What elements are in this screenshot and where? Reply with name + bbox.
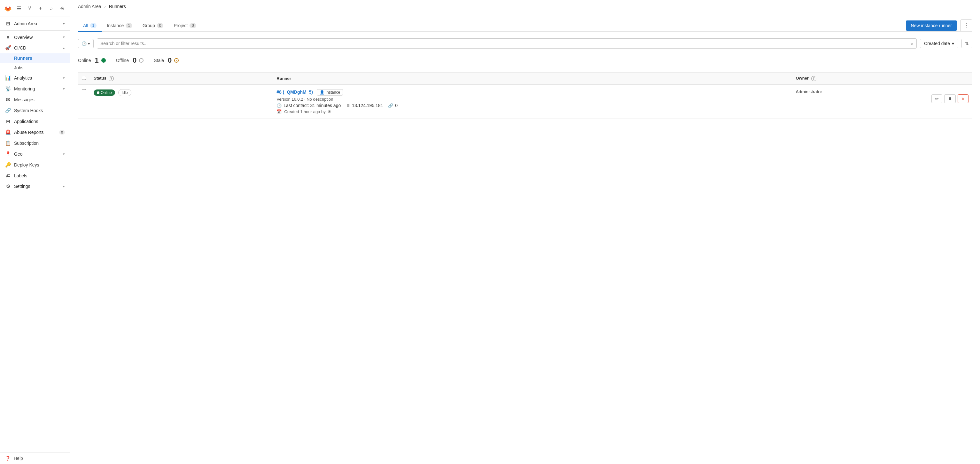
- online-status-dot: [101, 58, 106, 63]
- stat-online-value: 1: [95, 56, 99, 65]
- th-status-label: Status: [94, 76, 107, 81]
- sidebar-item-analytics[interactable]: 📊 Analytics ▾: [0, 73, 70, 83]
- sidebar-item-deploy-keys[interactable]: 🔑 Deploy Keys: [0, 159, 70, 170]
- new-instance-runner-button[interactable]: New instance runner: [906, 21, 957, 31]
- tab-instance[interactable]: Instance 1: [102, 20, 137, 32]
- sidebar-item-jobs[interactable]: Jobs: [0, 63, 70, 73]
- tab-all[interactable]: All 1: [78, 20, 102, 32]
- tab-group-label: Group: [143, 23, 155, 28]
- filter-history-button[interactable]: 🕐 ▾: [78, 39, 94, 48]
- runner-ip: 🖥 13.124.195.181: [346, 103, 383, 108]
- sidebar-abuse-reports-label: Abuse Reports: [14, 130, 56, 135]
- sidebar-cicd-label: CI/CD: [14, 45, 60, 51]
- sidebar-item-admin-area[interactable]: ⊞ Admin Area ▾: [0, 18, 70, 29]
- geo-icon: 📍: [5, 151, 11, 157]
- runner-last-contact: 🕐 Last contact: 31 minutes ago: [277, 103, 341, 108]
- sidebar-item-geo[interactable]: 📍 Geo ▾: [0, 149, 70, 159]
- create-new-button[interactable]: +: [37, 3, 45, 13]
- jobs-icon: 🔗: [388, 103, 393, 108]
- table-row: Online Idle #8 (_QMDghM_5) 👤 Instance: [78, 84, 972, 119]
- sidebar-item-applications[interactable]: ⊞ Applications: [0, 116, 70, 127]
- merge-requests-button[interactable]: ⑂: [25, 3, 34, 13]
- filter-bar: 🕐 ▾ ⌕ Created date ▾ ⇅: [78, 38, 972, 49]
- sort-label: Created date: [924, 41, 950, 46]
- table-body: Online Idle #8 (_QMDghM_5) 👤 Instance: [78, 84, 972, 119]
- tab-instance-label: Instance: [107, 23, 124, 28]
- sidebar-system-hooks-label: System Hooks: [14, 108, 65, 113]
- sort-dropdown[interactable]: Created date ▾: [920, 39, 958, 48]
- delete-runner-button[interactable]: ✕: [958, 94, 969, 103]
- cicd-chevron-icon: ▴: [63, 46, 65, 50]
- sidebar-applications-label: Applications: [14, 119, 65, 124]
- select-all-checkbox[interactable]: [82, 76, 86, 80]
- th-runner-label: Runner: [277, 76, 291, 81]
- search-filter-input[interactable]: [97, 39, 907, 48]
- history-icon: 🕐: [81, 41, 87, 46]
- sidebar-item-system-hooks[interactable]: 🔗 System Hooks: [0, 105, 70, 116]
- runner-name-row: #8 (_QMDghM_5) 👤 Instance: [277, 89, 788, 95]
- th-owner-label: Owner: [795, 76, 808, 81]
- search-filter-input-wrap: ⌕: [97, 38, 917, 49]
- monitoring-chevron-icon: ▾: [63, 87, 65, 91]
- sidebar-item-settings[interactable]: ⚙ Settings ▾: [0, 181, 70, 192]
- sidebar-item-abuse-reports[interactable]: 🚨 Abuse Reports 0: [0, 127, 70, 138]
- breadcrumb: Admin Area › Runners: [70, 0, 980, 13]
- th-status: Status ?: [90, 73, 273, 85]
- sidebar-item-messages[interactable]: ✉ Messages: [0, 94, 70, 105]
- breadcrumb-separator: ›: [104, 4, 106, 9]
- gitlab-logo[interactable]: [4, 3, 12, 13]
- sidebar-help-item[interactable]: ❓ Help: [0, 452, 70, 464]
- runner-actions: ✏ ⏸ ✕: [795, 94, 969, 103]
- th-owner: Owner ?: [792, 73, 972, 85]
- stat-stale: Stale 0 !: [154, 56, 179, 65]
- sidebar-item-cicd[interactable]: 🚀 CI/CD ▴: [0, 43, 70, 53]
- tab-bar: All 1 Instance 1 Group 0 Project 0 New i…: [78, 19, 972, 32]
- sidebar-deploy-keys-label: Deploy Keys: [14, 162, 65, 167]
- stat-stale-value: 0: [168, 56, 172, 65]
- row-checkbox[interactable]: [82, 89, 86, 93]
- calendar-icon: 📅: [277, 109, 282, 114]
- stats-row: Online 1 Offline 0 Stale 0 !: [78, 56, 972, 65]
- owner-help-icon[interactable]: ?: [811, 76, 816, 81]
- activity-button[interactable]: ✳: [58, 3, 66, 13]
- main-content: Admin Area › Runners All 1 Instance 1 Gr…: [70, 0, 980, 464]
- stat-offline: Offline 0: [116, 56, 143, 65]
- sidebar-item-subscription[interactable]: 📋 Subscription: [0, 138, 70, 149]
- analytics-chevron-icon: ▾: [63, 76, 65, 80]
- tab-project-count: 0: [189, 23, 196, 28]
- applications-icon: ⊞: [5, 119, 11, 124]
- labels-icon: 🏷: [5, 173, 11, 178]
- sidebar-item-overview[interactable]: ≡ Overview ▾: [0, 32, 70, 43]
- runner-jobs: 🔗 0: [388, 103, 398, 108]
- sidebar-item-runners[interactable]: Runners: [0, 53, 70, 63]
- breadcrumb-parent[interactable]: Admin Area: [78, 4, 101, 9]
- history-chevron-icon: ▾: [88, 41, 90, 46]
- abuse-reports-badge: 0: [59, 130, 65, 135]
- more-actions-button[interactable]: ⋮: [960, 19, 972, 31]
- tab-group[interactable]: Group 0: [137, 20, 169, 32]
- analytics-icon: 📊: [5, 75, 11, 81]
- stat-stale-label: Stale: [154, 58, 164, 63]
- runner-version-row: Version 16.0.2 · No description: [277, 97, 788, 102]
- toggle-sidebar-button[interactable]: ☰: [15, 3, 23, 13]
- stat-offline-value: 0: [133, 56, 137, 65]
- tab-instance-count: 1: [126, 23, 132, 28]
- status-help-icon[interactable]: ?: [109, 76, 114, 81]
- sort-order-button[interactable]: ⇅: [961, 39, 972, 48]
- subscription-icon: 📋: [5, 140, 11, 146]
- search-button[interactable]: ⌕: [47, 3, 55, 13]
- sidebar-settings-label: Settings: [14, 184, 60, 189]
- edit-runner-button[interactable]: ✏: [931, 94, 942, 103]
- tab-project[interactable]: Project 0: [169, 20, 201, 32]
- help-icon: ❓: [5, 456, 11, 461]
- search-submit-button[interactable]: ⌕: [907, 39, 916, 48]
- settings-chevron-icon: ▾: [63, 184, 65, 189]
- sidebar: ☰ ⑂ + ⌕ ✳ ⊞ Admin Area ▾ ≡ Overview ▾ 🚀 …: [0, 0, 70, 464]
- sidebar-item-monitoring[interactable]: 📡 Monitoring ▾: [0, 83, 70, 94]
- runner-name-link[interactable]: #8 (_QMDghM_5): [277, 89, 313, 95]
- pause-runner-button[interactable]: ⏸: [944, 94, 956, 103]
- sidebar-item-labels[interactable]: 🏷 Labels: [0, 170, 70, 181]
- row-status-cell: Online Idle: [90, 84, 273, 119]
- idle-badge: Idle: [118, 89, 131, 96]
- messages-icon: ✉: [5, 97, 11, 103]
